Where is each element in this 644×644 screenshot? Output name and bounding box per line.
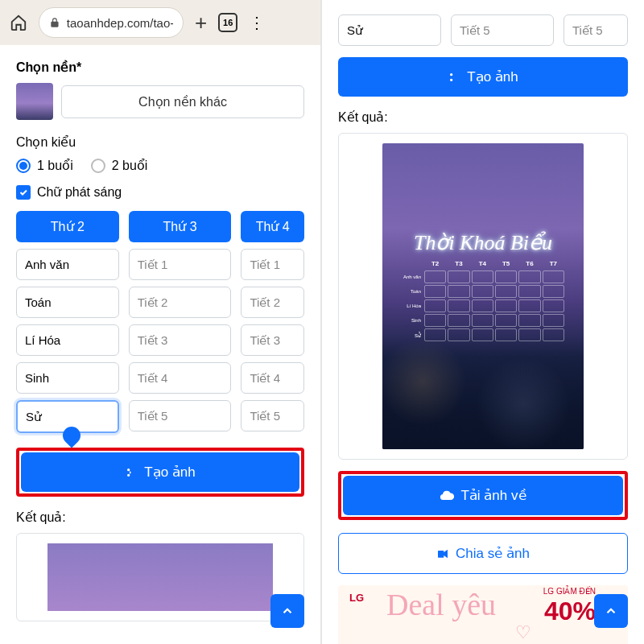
share-image-button[interactable]: Chia sẻ ảnh bbox=[338, 533, 628, 574]
lg-logo: LG bbox=[349, 592, 364, 604]
download-image-button[interactable]: Tải ảnh về bbox=[343, 476, 623, 515]
background-thumbnail[interactable] bbox=[16, 83, 53, 120]
home-icon[interactable] bbox=[10, 14, 27, 31]
chevron-up-icon bbox=[604, 604, 618, 618]
schedule-grid: T2 T3 T4 T5 T6 T7 Anh văn Toán Lí Hóa Si… bbox=[402, 260, 564, 343]
cloud-download-icon bbox=[440, 489, 454, 503]
result-label: Kết quả: bbox=[16, 510, 304, 525]
scroll-top-button[interactable] bbox=[270, 594, 304, 628]
subject-input[interactable] bbox=[564, 14, 628, 46]
radio-1-session[interactable]: 1 buổi bbox=[16, 158, 73, 173]
subject-input[interactable] bbox=[16, 287, 119, 318]
share-icon bbox=[436, 547, 449, 560]
generated-image: Thời Khoá Biểu T2 T3 T4 T5 T6 T7 Anh văn… bbox=[382, 143, 584, 449]
column-thu3: Thứ 3 bbox=[129, 211, 232, 433]
radio-icon bbox=[16, 159, 31, 173]
subject-input[interactable] bbox=[16, 324, 119, 356]
subject-input[interactable] bbox=[241, 400, 304, 431]
schedule-title: Thời Khoá Biểu bbox=[382, 230, 584, 255]
column-thu2: Thứ 2 bbox=[16, 211, 119, 433]
scroll-top-button[interactable] bbox=[594, 594, 628, 628]
result-container: Thời Khoá Biểu T2 T3 T4 T5 T6 T7 Anh văn… bbox=[338, 133, 628, 460]
preview-image bbox=[47, 543, 273, 611]
subject-input[interactable] bbox=[129, 362, 232, 394]
lock-icon bbox=[49, 17, 60, 28]
right-screenshot: Tạo ảnh Kết quả: Thời Khoá Biểu T2 T3 T4… bbox=[322, 0, 644, 644]
subject-input[interactable] bbox=[129, 249, 232, 280]
checkbox-icon bbox=[16, 185, 31, 200]
url-text: taoanhdep.com/tao- bbox=[67, 16, 173, 30]
create-image-button[interactable]: Tạo ảnh bbox=[338, 57, 628, 97]
subject-input[interactable] bbox=[16, 249, 119, 280]
scissors-icon bbox=[448, 71, 460, 84]
subject-input[interactable] bbox=[241, 287, 304, 318]
style-label: Chọn kiểu bbox=[16, 134, 304, 150]
subject-input[interactable] bbox=[241, 362, 304, 394]
result-label: Kết quả: bbox=[338, 109, 628, 125]
subject-input[interactable] bbox=[241, 324, 304, 356]
tabs-count[interactable]: 16 bbox=[218, 13, 237, 32]
form-content: Chọn nền* Chọn nền khác Chọn kiểu 1 buổi… bbox=[0, 45, 320, 636]
heart-icon: ♡ bbox=[515, 622, 531, 643]
day-header: Thứ 3 bbox=[129, 211, 232, 242]
top-input-row bbox=[322, 0, 644, 57]
create-image-button[interactable]: Tạo ảnh bbox=[21, 452, 299, 492]
browser-bar: taoanhdep.com/tao- + 16 ⋮ bbox=[0, 0, 320, 45]
background-label: Chọn nền* bbox=[16, 60, 304, 75]
new-tab-icon[interactable]: + bbox=[195, 10, 207, 35]
highlight-frame: Tạo ảnh bbox=[16, 448, 304, 497]
day-header: Thứ 4 bbox=[241, 211, 304, 242]
glow-text-checkbox[interactable]: Chữ phát sáng bbox=[16, 184, 304, 200]
column-thu4: Thứ 4 bbox=[241, 211, 304, 433]
subject-input[interactable] bbox=[16, 362, 119, 394]
discount-percent: 40% bbox=[544, 597, 596, 626]
highlight-frame: Tải ảnh về bbox=[338, 471, 628, 520]
subject-input[interactable] bbox=[129, 400, 232, 431]
day-header: Thứ 2 bbox=[16, 211, 119, 242]
ad-banner[interactable]: LG Deal yêu LG GIẢM ĐẾN 40% ♡ bbox=[338, 585, 628, 644]
subject-input[interactable] bbox=[129, 287, 232, 318]
result-preview bbox=[16, 533, 304, 621]
scissors-icon bbox=[125, 466, 138, 479]
url-bar[interactable]: taoanhdep.com/tao- bbox=[39, 7, 184, 38]
subject-input[interactable] bbox=[451, 14, 554, 46]
city-background bbox=[382, 336, 584, 449]
subject-input[interactable] bbox=[338, 14, 441, 46]
subject-input[interactable] bbox=[241, 249, 304, 280]
chevron-up-icon bbox=[280, 604, 295, 618]
choose-background-button[interactable]: Chọn nền khác bbox=[61, 85, 304, 118]
subject-input[interactable] bbox=[129, 324, 232, 356]
banner-subtext: LG GIẢM ĐẾN bbox=[543, 587, 596, 596]
radio-icon bbox=[91, 159, 105, 173]
schedule-table: Thứ 2 Thứ 3 Thứ 4 bbox=[16, 211, 304, 433]
left-screenshot: taoanhdep.com/tao- + 16 ⋮ Chọn nền* Chọn… bbox=[0, 0, 322, 644]
deal-text: Deal yêu bbox=[386, 592, 496, 617]
radio-2-session[interactable]: 2 buổi bbox=[91, 158, 148, 173]
menu-icon[interactable]: ⋮ bbox=[249, 13, 263, 32]
